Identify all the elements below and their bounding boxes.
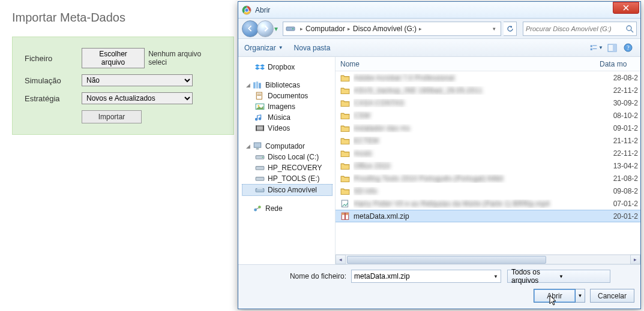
breadcrumb[interactable]: ▸ Computador ▸ Disco Amovível (G:) ▸ ▾ <box>283 22 501 36</box>
svg-rect-23 <box>257 126 263 130</box>
chevron-down-icon: ◢ <box>244 82 251 88</box>
svg-point-2 <box>245 8 248 11</box>
breadcrumb-expand-icon[interactable]: ▾ <box>493 26 496 32</box>
refresh-button[interactable] <box>504 22 517 36</box>
file-row[interactable]: SD info09-08-2 <box>336 185 640 197</box>
file-row[interactable]: CASA CONTAS30-09-2 <box>336 96 640 109</box>
horizontal-scrollbar[interactable]: ◂ ▸ <box>336 254 640 264</box>
svg-rect-16 <box>259 83 260 89</box>
cancel-button[interactable]: Cancelar <box>590 289 634 303</box>
file-name: CASA CONTAS <box>354 99 600 107</box>
scroll-left-button[interactable]: ◂ <box>336 255 346 264</box>
chevron-down-icon: ▼ <box>559 274 606 279</box>
tree-item-libraries[interactable]: ◢Bibliotecas <box>242 80 333 90</box>
file-row[interactable]: CSW08-10-2 <box>336 109 640 122</box>
file-list-rows: Adobe Acrobat 7.0 Professional28-08-2ASU… <box>336 71 640 254</box>
svg-rect-27 <box>256 148 259 149</box>
tree-item-videos[interactable]: Vídeos <box>242 123 333 134</box>
search-input[interactable] <box>526 25 625 32</box>
file-row[interactable]: Proofing Tools 2010 Português (Portugal)… <box>336 172 640 185</box>
file-name: SD info <box>354 187 600 195</box>
folder-icon <box>340 137 350 145</box>
strategy-select[interactable]: Novos e Actualizados <box>82 92 193 104</box>
tree-item-hp-tools[interactable]: HP_TOOLS (E:) <box>242 173 333 184</box>
scroll-thumb[interactable] <box>347 256 546 264</box>
dropbox-icon <box>255 63 265 71</box>
tree-item-network[interactable]: ◢Rede <box>242 203 333 214</box>
folder-icon <box>340 187 350 195</box>
filename-input[interactable] <box>354 272 491 280</box>
svg-point-4 <box>292 28 293 29</box>
tree-item-documents[interactable]: Documentos <box>242 90 333 101</box>
file-date: 08-10-2 <box>600 111 640 120</box>
file-date: 13-04-2 <box>600 162 640 170</box>
file-row[interactable]: instalador das ms09-01-2 <box>336 122 640 134</box>
open-button-dropdown[interactable]: ▼ <box>576 289 585 303</box>
back-button[interactable] <box>242 20 259 37</box>
filetype-select[interactable]: Todos os arquivos ▼ <box>507 270 610 283</box>
file-row[interactable]: ASUS_backup_INE 180bad_26.05.201122-11-2 <box>336 84 640 96</box>
chevron-down-icon: ◢ <box>244 143 251 149</box>
choose-file-button[interactable]: Escolher arquivo <box>82 48 145 68</box>
folder-icon <box>340 111 350 120</box>
import-button[interactable]: Importar <box>82 110 142 123</box>
breadcrumb-leaf[interactable]: Disco Amovível (G:) <box>353 25 417 33</box>
svg-point-21 <box>257 105 259 107</box>
scroll-right-button[interactable]: ▸ <box>630 255 640 264</box>
dialog-titlebar: Abrir <box>238 2 640 19</box>
file-row[interactable]: Adobe Acrobat 7.0 Professional28-08-2 <box>336 71 640 84</box>
archive-icon <box>340 212 350 221</box>
search-box[interactable] <box>523 22 637 36</box>
help-button[interactable]: ? <box>621 41 634 55</box>
file-date: 09-08-2 <box>600 187 640 195</box>
svg-rect-9 <box>593 48 597 49</box>
forward-button[interactable] <box>257 20 274 37</box>
file-row[interactable]: music22-11-2 <box>336 147 640 159</box>
preview-pane-button[interactable] <box>606 41 619 55</box>
file-row[interactable]: Office 201013-04-2 <box>336 159 640 172</box>
svg-rect-18 <box>257 94 261 95</box>
svg-rect-7 <box>593 45 597 46</box>
breadcrumb-root[interactable]: Computador <box>305 25 345 33</box>
removable-drive-icon <box>255 186 265 194</box>
new-folder-button[interactable]: Nova pasta <box>294 44 331 52</box>
file-name: ECTEM <box>354 137 600 145</box>
file-row[interactable]: Harry Potter VII e as Reliquias da Morte… <box>336 197 640 210</box>
network-icon <box>253 204 262 213</box>
computer-icon <box>253 142 262 150</box>
close-button[interactable] <box>613 2 639 14</box>
svg-point-5 <box>627 26 631 31</box>
dialog-title: Abrir <box>255 6 270 14</box>
filename-combo[interactable]: ▼ <box>351 270 501 283</box>
tree-item-dropbox[interactable]: Dropbox <box>242 62 333 73</box>
folder-icon <box>340 174 350 183</box>
file-row[interactable]: ECTEM21-11-2 <box>336 134 640 147</box>
tree-item-removable-disk[interactable]: Disco Amovível <box>242 184 333 196</box>
file-row[interactable]: metaData.xml.zip20-01-2 <box>336 210 640 222</box>
organize-menu[interactable]: Organizar▼ <box>244 44 283 52</box>
scroll-track[interactable] <box>346 255 630 264</box>
column-header-date[interactable]: Data mo <box>600 60 640 68</box>
view-mode-button[interactable]: ▼ <box>590 41 603 55</box>
simulation-select[interactable]: Não <box>82 74 193 86</box>
file-date: 21-08-2 <box>600 174 640 183</box>
column-header-name[interactable]: Nome <box>340 60 600 68</box>
documents-icon <box>255 92 265 100</box>
tree-item-disk-c[interactable]: Disco Local (C:) <box>242 152 333 162</box>
preview-pane-icon <box>607 44 617 52</box>
tree-item-hp-recovery[interactable]: HP_RECOVERY <box>242 162 333 173</box>
svg-rect-24 <box>256 125 256 131</box>
file-list-header: Nome Data mo <box>336 57 640 71</box>
tree-item-computer[interactable]: ◢Computador <box>242 141 333 152</box>
folder-icon <box>340 74 350 82</box>
file-name: CSW <box>354 111 600 120</box>
music-icon <box>255 113 265 122</box>
chrome-icon <box>242 5 251 15</box>
chevron-down-icon[interactable]: ▼ <box>493 274 498 279</box>
file-name: instalador das ms <box>354 124 600 132</box>
folder-icon <box>340 149 350 158</box>
tree-item-images[interactable]: Imagens <box>242 101 333 112</box>
tree-item-music[interactable]: Música <box>242 112 333 123</box>
search-icon <box>625 25 634 33</box>
folder-icon <box>340 99 350 107</box>
